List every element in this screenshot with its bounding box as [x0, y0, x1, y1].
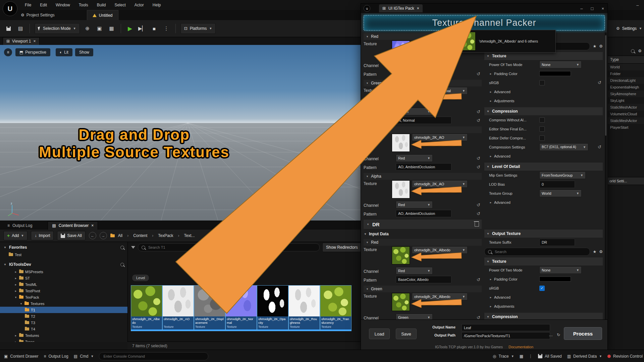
- srgb-checkbox[interactable]: [539, 80, 545, 85]
- selection-mode-dropdown[interactable]: Selection Mode ▼: [35, 23, 80, 34]
- close-icon[interactable]: ×: [601, 6, 604, 11]
- cinematics-icon[interactable]: ▦: [107, 24, 116, 33]
- dr-group-header[interactable]: ▾ DR: [364, 220, 482, 229]
- asset-tile-ao[interactable]: ohmxdglh_2K_AO Texture: [163, 286, 194, 331]
- platforms-dropdown[interactable]: ⊡ Platforms ▼: [180, 23, 216, 34]
- favorites-item-test[interactable]: Test: [0, 251, 127, 258]
- tree-item-testml[interactable]: ▸TestML: [0, 281, 127, 288]
- cmd-dropdown[interactable]: ▤ Cmd ▼: [74, 354, 94, 359]
- breadcrumb-textures[interactable]: Text...: [184, 233, 195, 238]
- outliner-type-column-header[interactable]: Type: [607, 56, 644, 64]
- use-selected-icon[interactable]: ↩: [413, 189, 415, 192]
- load-button[interactable]: Load: [369, 328, 390, 339]
- outliner-row[interactable]: PlayerStart: [607, 124, 644, 131]
- tree-item-st[interactable]: ▸ST: [0, 275, 127, 281]
- blueprints-icon[interactable]: ▣: [95, 24, 104, 33]
- process-button[interactable]: Process: [564, 327, 602, 340]
- tree-item-t3[interactable]: T3: [0, 319, 127, 326]
- section-header-green[interactable]: ▾ Green: [364, 80, 482, 86]
- section-header-dr-red[interactable]: ▾ Red: [364, 239, 482, 246]
- forward-icon[interactable]: →: [100, 232, 107, 239]
- project-settings-button[interactable]: ⚙ Project Settings: [21, 13, 55, 17]
- console-command-input[interactable]: [99, 352, 208, 360]
- play-icon[interactable]: ▶: [126, 24, 135, 33]
- menu-window[interactable]: Window: [52, 2, 74, 8]
- reset-icon[interactable]: ↺: [477, 211, 480, 216]
- menu-edit[interactable]: Edit: [36, 2, 51, 8]
- browse-to-icon[interactable]: ⊙: [418, 49, 421, 53]
- more-options-icon[interactable]: ⋮: [529, 354, 533, 359]
- settings-dropdown[interactable]: ⚙ Settings ▼: [613, 23, 644, 34]
- menu-tools[interactable]: Tools: [75, 2, 92, 8]
- outliner-row[interactable]: SkyAtmosphere: [607, 90, 644, 97]
- tree-item-textures[interactable]: ▾Textures: [0, 300, 127, 307]
- level-tab-untitled[interactable]: Untitled: [87, 10, 118, 20]
- asset-tile-normal[interactable]: ohmxdglh_2K_Normal Texture: [226, 286, 257, 331]
- use-selected-icon[interactable]: ↩: [413, 49, 415, 53]
- reset-icon[interactable]: ↺: [477, 277, 480, 282]
- pattern-field[interactable]: N, Normal: [396, 117, 451, 124]
- browse-to-icon[interactable]: ⊙: [418, 189, 421, 192]
- channel-select[interactable]: Red ▼: [396, 267, 433, 275]
- outliner-row[interactable]: Folder: [607, 70, 644, 77]
- padding-color-swatch[interactable]: [539, 71, 571, 76]
- menu-help[interactable]: Help: [149, 2, 165, 8]
- show-redirectors-button[interactable]: Show Redirectors: [322, 243, 362, 252]
- outliner-row[interactable]: DirectionalLight: [607, 77, 644, 84]
- reset-icon[interactable]: ↺: [477, 71, 480, 76]
- close-icon[interactable]: ×: [34, 39, 36, 44]
- asset-tile-translucency[interactable]: ohmxdglh_2K_Translucency Texture: [320, 286, 351, 331]
- import-button[interactable]: ↓ Import: [31, 231, 54, 240]
- compression-settings-select[interactable]: BC7 (DX11, optional A) ▼: [539, 143, 588, 151]
- advanced-row[interactable]: ▸Advanced: [484, 293, 603, 302]
- editor-modes-icon[interactable]: ▤: [16, 24, 25, 33]
- texture-select[interactable]: ohmxdglh_2K_Normal ▼: [412, 87, 468, 95]
- menu-select[interactable]: Select: [110, 2, 129, 8]
- trace-button[interactable]: ◎ Trace ▼: [493, 354, 514, 359]
- tree-item-t2[interactable]: T2: [0, 313, 127, 319]
- padding-color-swatch[interactable]: [539, 277, 571, 282]
- browse-to-icon[interactable]: ⊙: [418, 142, 421, 146]
- section-header-dr-green[interactable]: ▾ Green: [364, 286, 482, 292]
- texture-thumbnail[interactable]: [392, 134, 410, 152]
- texture-thumbnail[interactable]: [392, 87, 410, 105]
- derived-data-dropdown[interactable]: ▥ Derived Data ▼: [567, 354, 602, 359]
- lod-bias-field[interactable]: 0: [539, 181, 575, 188]
- breadcrumb-texpack[interactable]: TexPack: [158, 233, 173, 238]
- power-of-two-select[interactable]: None ▼: [539, 266, 582, 274]
- channel-select[interactable]: Red ▼: [396, 201, 433, 208]
- search-icon[interactable]: [120, 263, 124, 266]
- asset-tile-roughness[interactable]: ohmxdglh_2K_Roughness Texture: [289, 286, 320, 331]
- search-icon[interactable]: [120, 246, 124, 249]
- tree-item-t1[interactable]: T1: [0, 307, 127, 313]
- pattern-field[interactable]: AO, AmbientOcclusion: [396, 210, 451, 217]
- texture-thumbnail[interactable]: [392, 246, 410, 264]
- input-data-header[interactable]: ▾ Input Data: [364, 230, 482, 238]
- minimize-icon[interactable]: –: [580, 6, 583, 11]
- pattern-field[interactable]: BaseColor, Albedo: [396, 276, 451, 283]
- category-texture-output[interactable]: ▾ Texture: [484, 257, 603, 265]
- outliner-row[interactable]: StaticMeshActor: [607, 104, 644, 111]
- category-output-texture[interactable]: ▾ Output Texture: [484, 230, 603, 238]
- output-settings-search[interactable]: [484, 248, 590, 256]
- stop-icon[interactable]: ■: [150, 24, 159, 33]
- category-texture[interactable]: ▾ Texture: [484, 52, 603, 60]
- channel-select[interactable]: Red ▼: [396, 155, 433, 162]
- use-selected-icon[interactable]: ↩: [413, 96, 415, 99]
- menu-actor[interactable]: Actor: [130, 2, 148, 8]
- browse-to-icon[interactable]: ⊙: [418, 96, 421, 99]
- editor-defer-checkbox[interactable]: [539, 135, 545, 141]
- channel-select[interactable]: Green ▼: [396, 108, 433, 115]
- reset-icon[interactable]: ↺: [477, 315, 480, 320]
- category-compression-output[interactable]: ▾ Compression: [484, 313, 603, 320]
- viewport-tab[interactable]: ⊞ Viewport 1 ×: [3, 37, 40, 45]
- editor-show-final-checkbox[interactable]: [539, 126, 545, 132]
- outliner-row[interactable]: SkyLight: [607, 97, 644, 104]
- tab-output-log[interactable]: ≡ Output Log: [3, 222, 36, 230]
- tree-item-t4[interactable]: T4: [0, 326, 127, 332]
- outliner-row[interactable]: VolumetricCloud: [607, 111, 644, 117]
- all-saved-button[interactable]: All Saved: [538, 354, 562, 359]
- use-selected-icon[interactable]: ↩: [413, 255, 415, 258]
- browse-to-icon[interactable]: ⊙: [418, 255, 421, 258]
- pattern-field[interactable]: N, Normal: [396, 70, 451, 77]
